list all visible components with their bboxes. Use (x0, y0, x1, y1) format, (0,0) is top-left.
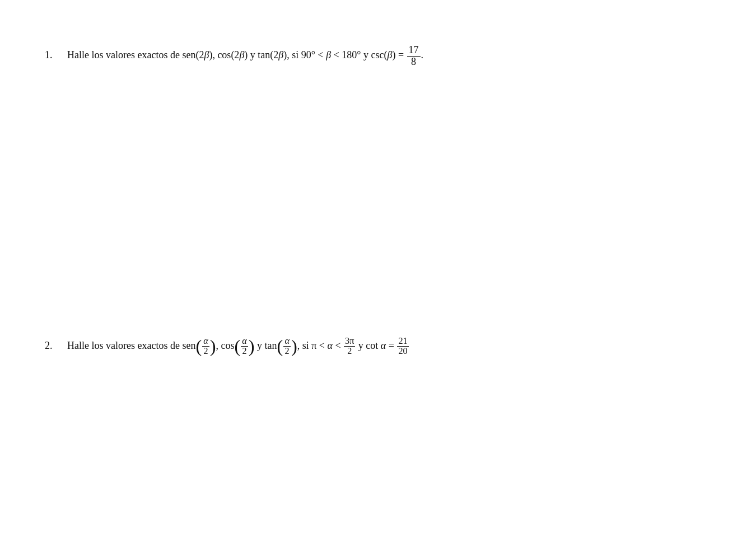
problem-2-fraction-1: α2 (202, 337, 209, 357)
frac5-den: 20 (397, 347, 408, 357)
frac5-num: 21 (397, 337, 408, 347)
frac4-den: 2 (346, 347, 353, 357)
problem-2-fraction-3: α2 (283, 337, 291, 357)
problem-1-number: 1. (45, 49, 67, 61)
problem-1-fraction-denominator: 8 (409, 57, 418, 68)
frac3-den: 2 (284, 347, 291, 357)
frac2-num: α (241, 337, 248, 347)
frac2-den: 2 (241, 347, 248, 357)
paren-open-2: ( (235, 336, 241, 356)
problem-2-fraction-5: 2120 (397, 337, 408, 357)
paren-open-3: ( (277, 336, 283, 356)
problem-2-number: 2. (45, 340, 67, 352)
frac1-num: α (202, 337, 209, 347)
frac1-den: 2 (202, 347, 209, 357)
paren-open-1: ( (195, 336, 202, 356)
problem-1-fraction-numerator: 17 (407, 45, 421, 57)
problem-2-fraction-4: 3π2 (344, 337, 355, 357)
problem-2-fraction-2: α2 (241, 337, 248, 357)
problem-1-fraction: 178 (407, 45, 421, 68)
problem-1-period: . (421, 49, 424, 60)
paren-close-3: ) (291, 336, 297, 356)
paren-close-2: ) (249, 336, 255, 356)
problem-2-text: Halle los valores exactos de sen(α2), co… (67, 340, 409, 351)
problem-2: 2. Halle los valores exactos de sen(α2),… (45, 337, 697, 357)
problem-2-content: Halle los valores exactos de sen(α2), co… (67, 337, 697, 357)
page: 1. Halle los valores exactos de sen(2β),… (0, 0, 742, 560)
paren-close-1: ) (210, 336, 216, 356)
problem-1-text-before: Halle los valores exactos de sen(2β), co… (67, 49, 407, 60)
frac3-num: α (283, 337, 291, 347)
problem-1-content: Halle los valores exactos de sen(2β), co… (67, 45, 697, 68)
frac4-num: 3π (344, 337, 355, 347)
problem-1: 1. Halle los valores exactos de sen(2β),… (45, 45, 697, 68)
